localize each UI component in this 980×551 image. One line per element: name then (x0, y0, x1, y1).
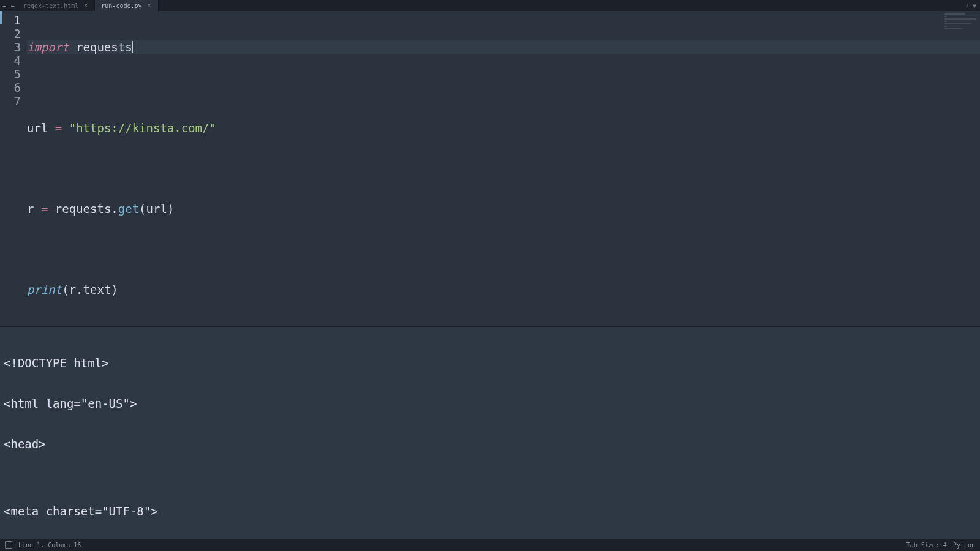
line-number: 2 (0, 27, 21, 40)
token-object: requests (55, 202, 111, 216)
output-line: <meta charset="UTF-8"> (4, 504, 976, 518)
token-builtin: print (27, 283, 62, 296)
line-number: 5 (0, 67, 21, 81)
token-punc: . (76, 283, 83, 296)
line-number: 7 (0, 94, 21, 108)
token-punc: . (111, 202, 118, 216)
status-bar: Line 1, Column 16 Tab Size: 4 Python (0, 539, 980, 551)
token-string: "https://kinsta.com/" (69, 121, 216, 135)
token-var: r (27, 202, 34, 216)
tab-label: run-code.py (101, 2, 141, 9)
minimap[interactable] (944, 13, 976, 29)
output-panel[interactable]: <!DOCTYPE html> <html lang="en-US"> <hea… (0, 327, 980, 539)
nav-forward-icon[interactable]: ► (9, 0, 17, 11)
token-var: url (27, 121, 48, 135)
token-operator: = (41, 202, 48, 216)
token-arg: url (146, 202, 167, 216)
line-number: 6 (0, 81, 21, 94)
code-line (27, 81, 980, 94)
token-punc: ) (111, 283, 118, 296)
code-line: url = "https://kinsta.com/" (27, 121, 980, 135)
tab-regex-text[interactable]: regex-text.html × (17, 0, 95, 11)
indentation-setting[interactable]: Tab Size: 4 (907, 542, 947, 549)
code-editor[interactable]: 1 2 3 4 5 6 7 import requests url = "htt… (0, 11, 980, 327)
close-icon[interactable]: × (147, 3, 152, 8)
code-line: import requests (27, 40, 980, 54)
token-call: get (118, 202, 139, 216)
nav-back-icon[interactable]: ◄ (0, 0, 9, 11)
language-mode[interactable]: Python (953, 542, 975, 549)
token-punc: ) (167, 202, 174, 216)
line-number-gutter: 1 2 3 4 5 6 7 (0, 11, 27, 326)
code-line (27, 242, 980, 256)
token-object: r (69, 283, 76, 296)
line-number: 4 (0, 54, 21, 67)
tab-bar: ◄ ► regex-text.html × run-code.py × + ▼ (0, 0, 980, 11)
text-cursor (132, 41, 133, 53)
close-icon[interactable]: × (83, 3, 88, 8)
panel-icon[interactable] (5, 541, 12, 549)
output-line: <head> (4, 437, 976, 451)
code-line: print(r.text) (27, 283, 980, 296)
output-line: <html lang="en-US"> (4, 397, 976, 410)
line-number: 1 (0, 13, 21, 27)
tab-label: regex-text.html (23, 2, 78, 9)
active-line-marker (0, 11, 2, 24)
token-attr: text (83, 283, 111, 296)
token-punc: ( (139, 202, 146, 216)
new-tab-icon[interactable]: + (965, 2, 969, 9)
code-line: r = requests.get(url) (27, 202, 980, 216)
token-punc: ( (62, 283, 69, 296)
tab-menu-icon[interactable]: ▼ (973, 2, 976, 9)
output-line: <!DOCTYPE html> (4, 356, 976, 370)
token-keyword: import (27, 40, 69, 54)
code-area[interactable]: import requests url = "https://kinsta.co… (27, 11, 980, 326)
code-line (27, 162, 980, 175)
cursor-position[interactable]: Line 1, Column 16 (18, 542, 81, 549)
token-module: requests (76, 40, 132, 54)
line-number: 3 (0, 40, 21, 54)
token-operator: = (55, 121, 62, 135)
tab-run-code[interactable]: run-code.py × (95, 0, 158, 11)
